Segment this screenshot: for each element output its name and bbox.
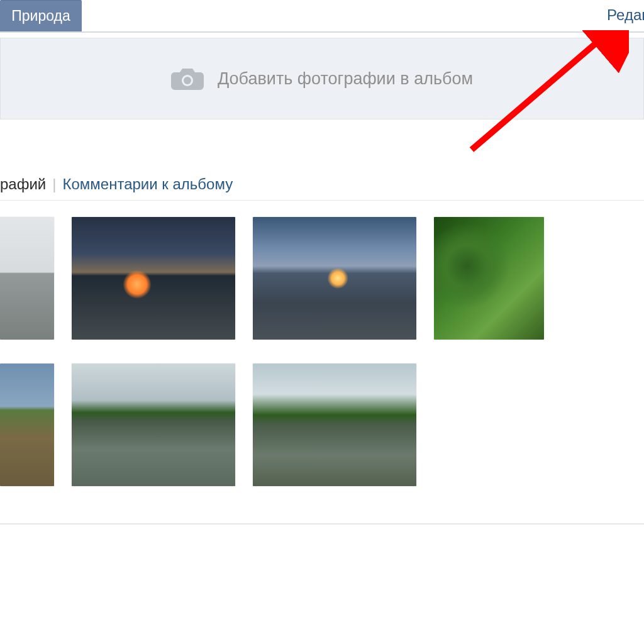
add-photos-label: Добавить фотографии в альбом [218,69,473,89]
photo-row [0,364,416,486]
album-tab-active[interactable]: Природа [0,0,82,31]
svg-point-1 [184,77,191,84]
album-comments-link[interactable]: Комментарии к альбому [63,175,233,193]
divider [0,523,644,525]
photo-row [0,217,544,340]
photo-thumbnail[interactable] [0,217,54,340]
edit-album-link[interactable]: Редакт [607,6,644,24]
photo-thumbnail[interactable] [253,217,416,340]
photo-thumbnail[interactable] [0,364,54,486]
camera-icon [171,66,204,91]
photo-thumbnail[interactable] [434,217,544,340]
tab-underline [0,31,644,33]
add-photos-button[interactable]: Добавить фотографии в альбом [0,38,644,119]
divider [0,200,644,201]
edit-album-label: Редакт [607,6,644,23]
photo-thumbnail[interactable] [253,364,416,486]
album-tab-label: Природа [11,8,70,24]
photo-thumbnail[interactable] [72,217,235,340]
album-subheader: рафий | Комментарии к альбому [0,173,233,196]
subheader-separator: | [52,175,56,193]
photos-tab[interactable]: рафий [0,175,46,193]
photo-thumbnail[interactable] [72,364,235,486]
